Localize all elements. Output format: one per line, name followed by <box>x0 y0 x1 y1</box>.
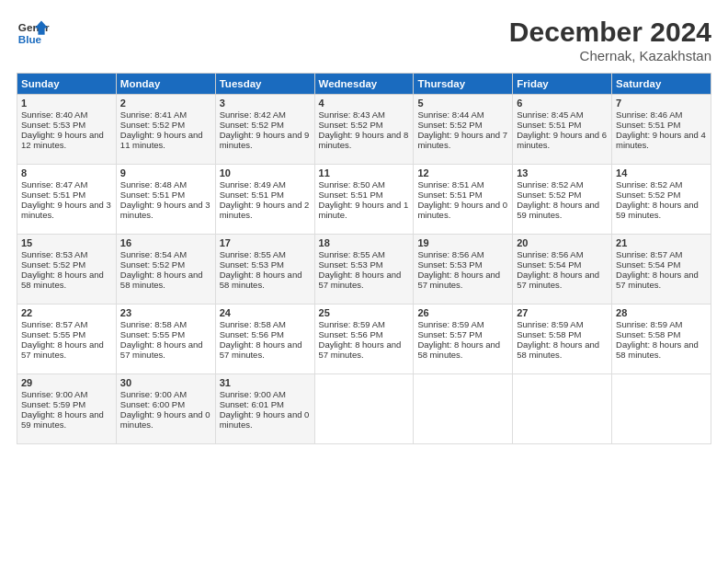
calendar-cell: 10Sunrise: 8:49 AMSunset: 5:51 PMDayligh… <box>215 165 314 235</box>
calendar-week-row: 29Sunrise: 9:00 AMSunset: 5:59 PMDayligh… <box>17 374 711 444</box>
calendar-cell: 14Sunrise: 8:52 AMSunset: 5:52 PMDayligh… <box>612 165 711 235</box>
logo-icon: General Blue <box>17 17 50 50</box>
sunset-text: Sunset: 5:52 PM <box>120 259 185 270</box>
calendar-cell: 29Sunrise: 9:00 AMSunset: 5:59 PMDayligh… <box>17 374 117 444</box>
sunrise-text: Sunrise: 8:40 AM <box>21 109 87 120</box>
day-of-week-header: Tuesday <box>215 74 314 95</box>
sunset-text: Sunset: 5:52 PM <box>517 190 581 200</box>
sunrise-text: Sunrise: 8:55 AM <box>319 249 385 259</box>
day-number: 17 <box>220 237 311 248</box>
day-number: 27 <box>517 307 608 318</box>
calendar-cell: 25Sunrise: 8:59 AMSunset: 5:56 PMDayligh… <box>314 304 414 374</box>
day-number: 29 <box>21 377 112 388</box>
calendar-cell: 23Sunrise: 8:58 AMSunset: 5:55 PMDayligh… <box>116 304 215 374</box>
calendar-cell: 4Sunrise: 8:43 AMSunset: 5:52 PMDaylight… <box>314 95 414 165</box>
day-of-week-header: Thursday <box>414 74 513 95</box>
day-number: 18 <box>319 237 410 248</box>
day-number: 2 <box>120 98 211 109</box>
day-number: 11 <box>319 167 410 178</box>
daylight-text: Daylight: 8 hours and 57 minutes. <box>120 339 203 360</box>
daylight-text: Daylight: 8 hours and 59 minutes. <box>616 200 699 220</box>
sunset-text: Sunset: 5:51 PM <box>120 190 185 200</box>
sunrise-text: Sunrise: 9:00 AM <box>21 389 87 399</box>
daylight-text: Daylight: 9 hours and 3 minutes. <box>21 200 111 220</box>
daylight-text: Daylight: 8 hours and 57 minutes. <box>517 270 599 290</box>
title-block: December 2024 Chernak, Kazakhstan <box>509 17 711 63</box>
sunset-text: Sunset: 5:52 PM <box>319 120 383 130</box>
sunset-text: Sunset: 5:54 PM <box>616 259 680 270</box>
sunrise-text: Sunrise: 9:00 AM <box>220 389 286 399</box>
sunset-text: Sunset: 5:58 PM <box>616 329 680 339</box>
day-number: 13 <box>517 167 608 178</box>
calendar-cell: 8Sunrise: 8:47 AMSunset: 5:51 PMDaylight… <box>17 165 117 235</box>
sunset-text: Sunset: 5:51 PM <box>517 120 581 130</box>
day-number: 21 <box>616 237 707 248</box>
daylight-text: Daylight: 8 hours and 58 minutes. <box>120 270 203 290</box>
page: General Blue December 2024 Chernak, Kaza… <box>0 0 728 563</box>
sunset-text: Sunset: 5:52 PM <box>220 120 284 130</box>
sunset-text: Sunset: 5:53 PM <box>21 120 85 130</box>
calendar-cell: 15Sunrise: 8:53 AMSunset: 5:52 PMDayligh… <box>17 235 117 304</box>
day-number: 12 <box>417 167 508 178</box>
sunset-text: Sunset: 5:52 PM <box>417 120 482 130</box>
calendar-cell: 9Sunrise: 8:48 AMSunset: 5:51 PMDaylight… <box>116 165 215 235</box>
daylight-text: Daylight: 8 hours and 57 minutes. <box>21 339 104 360</box>
day-number: 6 <box>517 98 608 109</box>
calendar-cell <box>513 374 612 444</box>
calendar-cell: 30Sunrise: 9:00 AMSunset: 6:00 PMDayligh… <box>116 374 215 444</box>
daylight-text: Daylight: 8 hours and 57 minutes. <box>417 270 500 290</box>
sunrise-text: Sunrise: 8:49 AM <box>220 179 286 190</box>
calendar-cell: 26Sunrise: 8:59 AMSunset: 5:57 PMDayligh… <box>414 304 513 374</box>
sunrise-text: Sunrise: 8:59 AM <box>417 319 483 329</box>
daylight-text: Daylight: 9 hours and 7 minutes. <box>417 130 507 150</box>
sunrise-text: Sunrise: 8:59 AM <box>319 319 385 329</box>
sunrise-text: Sunrise: 8:58 AM <box>120 319 187 329</box>
sunset-text: Sunset: 5:56 PM <box>319 329 383 339</box>
calendar-cell: 1Sunrise: 8:40 AMSunset: 5:53 PMDaylight… <box>17 95 117 165</box>
daylight-text: Daylight: 8 hours and 59 minutes. <box>517 200 599 220</box>
day-number: 7 <box>616 98 707 109</box>
sunrise-text: Sunrise: 8:59 AM <box>517 319 583 329</box>
daylight-text: Daylight: 9 hours and 12 minutes. <box>21 130 104 150</box>
calendar-week-row: 15Sunrise: 8:53 AMSunset: 5:52 PMDayligh… <box>17 235 711 304</box>
sunrise-text: Sunrise: 8:56 AM <box>517 249 583 259</box>
calendar-cell <box>612 374 711 444</box>
sunset-text: Sunset: 5:52 PM <box>616 190 680 200</box>
calendar-cell: 24Sunrise: 8:58 AMSunset: 5:56 PMDayligh… <box>215 304 314 374</box>
calendar-cell: 7Sunrise: 8:46 AMSunset: 5:51 PMDaylight… <box>612 95 711 165</box>
calendar-cell <box>414 374 513 444</box>
sunset-text: Sunset: 6:00 PM <box>120 399 185 409</box>
sunrise-text: Sunrise: 8:50 AM <box>319 179 385 190</box>
day-of-week-header: Wednesday <box>314 74 414 95</box>
daylight-text: Daylight: 9 hours and 9 minutes. <box>220 130 310 150</box>
sunrise-text: Sunrise: 8:51 AM <box>417 179 483 190</box>
calendar-cell: 12Sunrise: 8:51 AMSunset: 5:51 PMDayligh… <box>414 165 513 235</box>
sunset-text: Sunset: 5:59 PM <box>21 399 85 409</box>
daylight-text: Daylight: 9 hours and 0 minutes. <box>120 409 210 430</box>
calendar-header-row: SundayMondayTuesdayWednesdayThursdayFrid… <box>17 74 711 95</box>
day-number: 10 <box>220 167 311 178</box>
sunset-text: Sunset: 5:57 PM <box>417 329 482 339</box>
sunset-text: Sunset: 5:51 PM <box>616 120 680 130</box>
daylight-text: Daylight: 9 hours and 11 minutes. <box>120 130 203 150</box>
day-of-week-header: Saturday <box>612 74 711 95</box>
calendar-cell: 19Sunrise: 8:56 AMSunset: 5:53 PMDayligh… <box>414 235 513 304</box>
sunset-text: Sunset: 5:53 PM <box>319 259 383 270</box>
sunrise-text: Sunrise: 8:52 AM <box>517 179 583 190</box>
sunset-text: Sunset: 5:51 PM <box>220 190 284 200</box>
daylight-text: Daylight: 8 hours and 57 minutes. <box>319 270 402 290</box>
sunrise-text: Sunrise: 8:41 AM <box>120 109 187 120</box>
day-of-week-header: Monday <box>116 74 215 95</box>
sunrise-text: Sunrise: 8:59 AM <box>616 319 682 329</box>
daylight-text: Daylight: 9 hours and 6 minutes. <box>517 130 607 150</box>
sunrise-text: Sunrise: 8:52 AM <box>616 179 682 190</box>
daylight-text: Daylight: 8 hours and 59 minutes. <box>21 409 104 430</box>
day-number: 15 <box>21 237 112 248</box>
day-number: 23 <box>120 307 211 318</box>
sunset-text: Sunset: 5:54 PM <box>517 259 581 270</box>
day-number: 9 <box>120 167 211 178</box>
sunset-text: Sunset: 5:56 PM <box>220 329 284 339</box>
sunrise-text: Sunrise: 8:55 AM <box>220 249 286 259</box>
calendar-cell: 11Sunrise: 8:50 AMSunset: 5:51 PMDayligh… <box>314 165 414 235</box>
day-number: 16 <box>120 237 211 248</box>
